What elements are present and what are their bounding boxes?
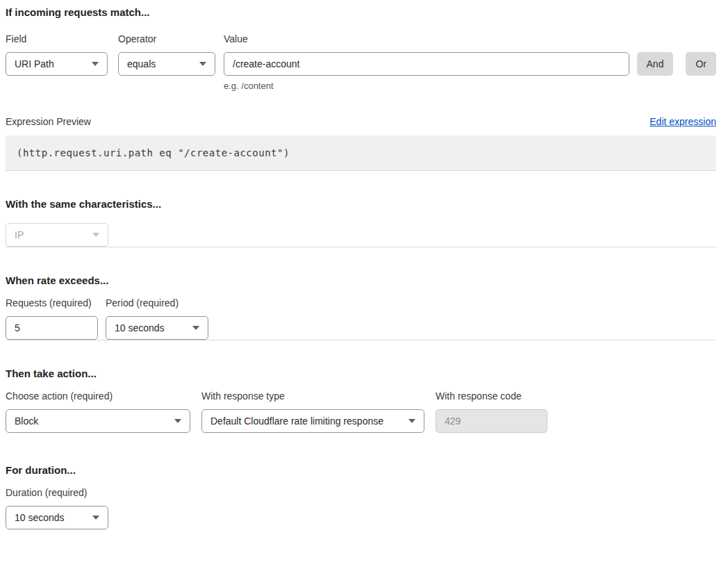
- requests-column: Requests (required): [6, 297, 98, 340]
- section-heading-action: Then take action...: [6, 367, 716, 380]
- value-input[interactable]: [224, 52, 629, 76]
- edit-expression-link[interactable]: Edit expression: [650, 116, 716, 127]
- action-select[interactable]: Block: [6, 409, 190, 433]
- field-label: Field: [6, 33, 108, 45]
- response-code-input: [436, 409, 547, 433]
- response-type-select-value: Default Cloudflare rate limiting respons…: [210, 415, 383, 427]
- response-type-select[interactable]: Default Cloudflare rate limiting respons…: [201, 409, 424, 433]
- section-heading-duration: For duration...: [6, 463, 716, 477]
- period-label: Period (required): [106, 297, 208, 309]
- chevron-down-icon: [92, 233, 99, 237]
- expression-preview-label: Expression Preview: [6, 116, 91, 127]
- section-divider: [6, 170, 716, 171]
- section-characteristics: With the same characteristics... IP: [6, 197, 716, 247]
- response-code-column: With response code: [436, 390, 547, 433]
- value-column: Value e.g. /content: [224, 33, 629, 91]
- response-code-label: With response code: [436, 390, 547, 402]
- section-heading-match: If incoming requests match...: [6, 6, 716, 19]
- field-select[interactable]: URI Path: [6, 52, 108, 76]
- section-for-duration: For duration... Duration (required) 10 s…: [6, 463, 716, 529]
- duration-select-value: 10 seconds: [15, 512, 65, 523]
- value-hint: e.g. /content: [224, 81, 629, 91]
- section-heading-characteristics: With the same characteristics...: [6, 197, 716, 211]
- and-or-buttons: And Or: [637, 33, 716, 76]
- action-label: Choose action (required): [6, 390, 190, 402]
- section-rate-exceeds: When rate exceeds... Requests (required)…: [6, 274, 716, 340]
- chevron-down-icon: [174, 419, 181, 423]
- period-select-value: 10 seconds: [115, 322, 165, 333]
- or-button[interactable]: Or: [686, 52, 716, 76]
- characteristic-select-value: IP: [15, 229, 24, 240]
- action-column: Choose action (required) Block: [6, 390, 190, 433]
- action-select-value: Block: [15, 415, 38, 427]
- operator-select-value: equals: [127, 58, 156, 69]
- section-incoming-requests-match: If incoming requests match... Field URI …: [6, 6, 716, 170]
- section-divider: [6, 247, 716, 247]
- and-button[interactable]: And: [637, 52, 674, 76]
- section-heading-rate: When rate exceeds...: [6, 274, 716, 287]
- chevron-down-icon: [92, 516, 99, 520]
- requests-label: Requests (required): [6, 297, 98, 309]
- expression-preview-code: (http.request.uri.path eq "/create-accou…: [6, 135, 716, 170]
- field-column: Field URI Path: [6, 33, 108, 76]
- operator-column: Operator equals: [118, 33, 215, 76]
- period-select[interactable]: 10 seconds: [106, 316, 208, 340]
- operator-label: Operator: [118, 33, 215, 45]
- chevron-down-icon: [408, 419, 415, 423]
- operator-select[interactable]: equals: [118, 52, 215, 76]
- chevron-down-icon: [192, 326, 199, 330]
- duration-select[interactable]: 10 seconds: [6, 506, 108, 529]
- period-column: Period (required) 10 seconds: [106, 297, 208, 340]
- rate-limiting-rule-form: If incoming requests match... Field URI …: [0, 0, 728, 536]
- value-label: Value: [224, 33, 629, 45]
- section-take-action: Then take action... Choose action (requi…: [6, 367, 716, 433]
- section-divider: [6, 340, 716, 340]
- response-type-label: With response type: [201, 390, 424, 402]
- chevron-down-icon: [199, 62, 206, 66]
- requests-input[interactable]: [6, 316, 98, 340]
- chevron-down-icon: [92, 62, 99, 66]
- field-select-value: URI Path: [15, 58, 54, 69]
- response-type-column: With response type Default Cloudflare ra…: [201, 390, 424, 433]
- characteristic-select: IP: [6, 223, 108, 247]
- duration-label: Duration (required): [6, 487, 716, 499]
